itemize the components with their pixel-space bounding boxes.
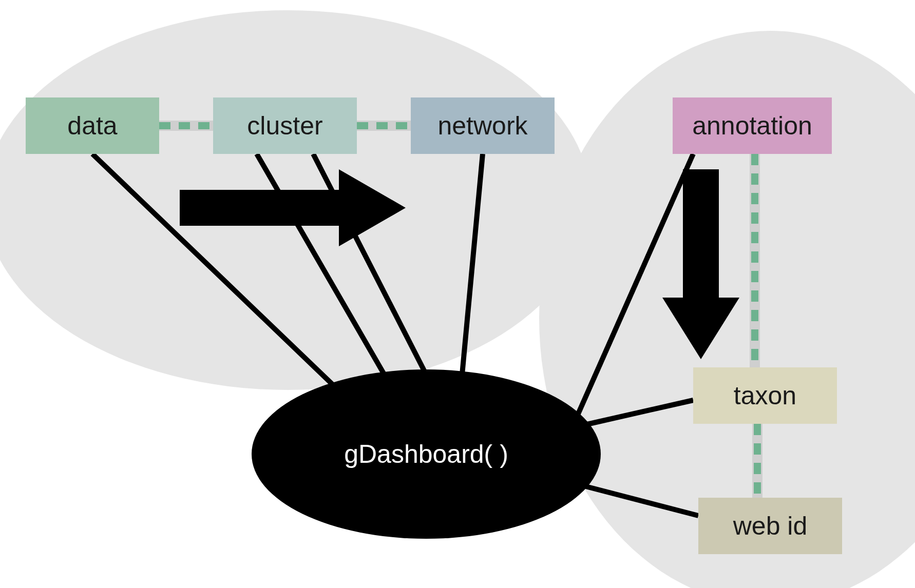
node-webid: web id (698, 498, 842, 554)
node-webid-label: web id (733, 511, 808, 541)
node-network: network (411, 97, 555, 154)
background-ellipse-left (0, 10, 590, 390)
node-annotation: annotation (673, 97, 832, 154)
center-node-gdashboard: gDashboard( ) (252, 369, 601, 539)
node-cluster-label: cluster (247, 111, 322, 141)
node-data-label: data (67, 111, 117, 141)
node-network-label: network (437, 111, 527, 141)
node-data: data (26, 97, 159, 154)
node-annotation-label: annotation (692, 111, 812, 141)
node-taxon-label: taxon (734, 381, 796, 410)
center-node-label: gDashboard( ) (344, 439, 508, 469)
node-taxon: taxon (693, 367, 837, 424)
node-cluster: cluster (213, 97, 357, 154)
